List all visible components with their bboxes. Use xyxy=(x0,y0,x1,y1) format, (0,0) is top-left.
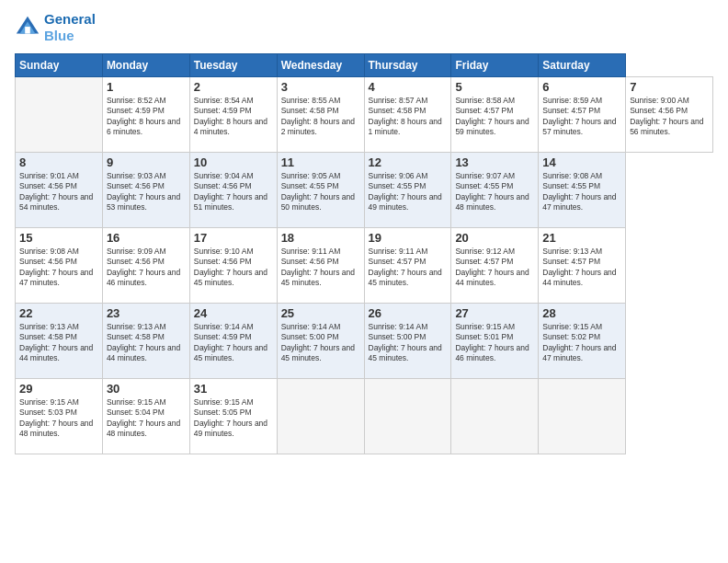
day-number: 11 xyxy=(281,155,360,169)
day-info: Sunrise: 9:03 AMSunset: 4:56 PMDaylight:… xyxy=(107,171,186,213)
day-number: 6 xyxy=(542,80,621,94)
day-number: 21 xyxy=(542,231,621,245)
day-info: Sunrise: 9:01 AMSunset: 4:56 PMDaylight:… xyxy=(19,171,98,213)
header-row: SundayMondayTuesdayWednesdayThursdayFrid… xyxy=(16,54,713,77)
day-number: 13 xyxy=(455,155,534,169)
calendar-cell: 2Sunrise: 8:54 AMSunset: 4:59 PMDaylight… xyxy=(189,77,277,153)
page-container: General Blue SundayMondayTuesdayWednesda… xyxy=(0,0,728,462)
day-number: 24 xyxy=(194,306,273,320)
day-info: Sunrise: 8:57 AMSunset: 4:58 PMDaylight:… xyxy=(369,96,448,138)
day-info: Sunrise: 8:54 AMSunset: 4:59 PMDaylight:… xyxy=(194,96,273,138)
day-info: Sunrise: 9:15 AMSunset: 5:01 PMDaylight:… xyxy=(455,322,534,364)
day-number: 8 xyxy=(19,155,98,169)
day-number: 28 xyxy=(542,306,621,320)
day-info: Sunrise: 9:11 AMSunset: 4:56 PMDaylight:… xyxy=(281,247,360,289)
calendar-cell: 30Sunrise: 9:15 AMSunset: 5:04 PMDayligh… xyxy=(102,379,189,454)
calendar-cell: 28Sunrise: 9:15 AMSunset: 5:02 PMDayligh… xyxy=(539,304,626,379)
day-info: Sunrise: 9:15 AMSunset: 5:03 PMDaylight:… xyxy=(19,397,98,440)
day-info: Sunrise: 9:15 AMSunset: 5:02 PMDaylight:… xyxy=(542,322,621,364)
calendar-cell: 25Sunrise: 9:14 AMSunset: 5:00 PMDayligh… xyxy=(277,304,364,379)
day-info: Sunrise: 8:55 AMSunset: 4:58 PMDaylight:… xyxy=(281,96,360,138)
day-number: 30 xyxy=(107,382,186,396)
day-info: Sunrise: 9:04 AMSunset: 4:56 PMDaylight:… xyxy=(194,171,273,213)
calendar-cell: 11Sunrise: 9:05 AMSunset: 4:55 PMDayligh… xyxy=(277,153,364,228)
day-number: 5 xyxy=(455,80,534,94)
day-info: Sunrise: 9:13 AMSunset: 4:57 PMDaylight:… xyxy=(542,247,621,289)
col-header-saturday: Saturday xyxy=(539,54,626,77)
calendar-week-5: 29Sunrise: 9:15 AMSunset: 5:03 PMDayligh… xyxy=(16,379,713,454)
calendar-cell: 13Sunrise: 9:07 AMSunset: 4:55 PMDayligh… xyxy=(451,153,539,228)
day-info: Sunrise: 9:13 AMSunset: 4:58 PMDaylight:… xyxy=(107,322,186,364)
day-number: 4 xyxy=(369,80,448,94)
calendar-cell: 4Sunrise: 8:57 AMSunset: 4:58 PMDaylight… xyxy=(364,77,451,153)
day-number: 22 xyxy=(19,306,98,320)
col-header-monday: Monday xyxy=(102,54,189,77)
day-number: 10 xyxy=(194,155,273,169)
calendar-cell: 10Sunrise: 9:04 AMSunset: 4:56 PMDayligh… xyxy=(189,153,277,228)
calendar-cell xyxy=(364,379,451,454)
logo: General Blue xyxy=(15,11,96,44)
day-number: 27 xyxy=(455,306,534,320)
calendar-cell: 29Sunrise: 9:15 AMSunset: 5:03 PMDayligh… xyxy=(16,379,103,454)
day-number: 9 xyxy=(107,155,186,169)
col-header-sunday: Sunday xyxy=(16,54,103,77)
day-info: Sunrise: 9:14 AMSunset: 5:00 PMDaylight:… xyxy=(369,322,448,364)
calendar-week-2: 8Sunrise: 9:01 AMSunset: 4:56 PMDaylight… xyxy=(16,153,713,228)
calendar-cell: 15Sunrise: 9:08 AMSunset: 4:56 PMDayligh… xyxy=(16,228,103,304)
day-number: 26 xyxy=(369,306,448,320)
day-number: 1 xyxy=(107,80,186,94)
calendar-week-3: 15Sunrise: 9:08 AMSunset: 4:56 PMDayligh… xyxy=(16,228,713,304)
col-header-tuesday: Tuesday xyxy=(189,54,277,77)
day-number: 19 xyxy=(369,231,448,245)
day-number: 31 xyxy=(194,382,273,396)
day-info: Sunrise: 9:12 AMSunset: 4:57 PMDaylight:… xyxy=(455,247,534,289)
calendar-cell xyxy=(539,379,626,454)
day-info: Sunrise: 9:09 AMSunset: 4:56 PMDaylight:… xyxy=(107,247,186,289)
day-info: Sunrise: 9:08 AMSunset: 4:56 PMDaylight:… xyxy=(19,247,98,289)
day-info: Sunrise: 8:59 AMSunset: 4:57 PMDaylight:… xyxy=(542,96,621,138)
day-info: Sunrise: 8:52 AMSunset: 4:59 PMDaylight:… xyxy=(107,96,186,138)
day-number: 12 xyxy=(369,155,448,169)
calendar-cell: 1Sunrise: 8:52 AMSunset: 4:59 PMDaylight… xyxy=(102,77,189,153)
day-info: Sunrise: 9:10 AMSunset: 4:56 PMDaylight:… xyxy=(194,247,273,289)
calendar-cell: 22Sunrise: 9:13 AMSunset: 4:58 PMDayligh… xyxy=(16,304,103,379)
calendar-cell xyxy=(277,379,364,454)
calendar-table: SundayMondayTuesdayWednesdayThursdayFrid… xyxy=(15,53,713,454)
day-number: 20 xyxy=(455,231,534,245)
calendar-cell: 26Sunrise: 9:14 AMSunset: 5:00 PMDayligh… xyxy=(364,304,451,379)
calendar-cell: 21Sunrise: 9:13 AMSunset: 4:57 PMDayligh… xyxy=(539,228,626,304)
col-header-friday: Friday xyxy=(451,54,539,77)
calendar-cell: 18Sunrise: 9:11 AMSunset: 4:56 PMDayligh… xyxy=(277,228,364,304)
day-number: 25 xyxy=(281,306,360,320)
logo-icon xyxy=(15,15,40,40)
calendar-cell: 16Sunrise: 9:09 AMSunset: 4:56 PMDayligh… xyxy=(102,228,189,304)
day-number: 17 xyxy=(194,231,273,245)
svg-rect-2 xyxy=(25,27,30,33)
calendar-cell: 20Sunrise: 9:12 AMSunset: 4:57 PMDayligh… xyxy=(451,228,539,304)
col-header-wednesday: Wednesday xyxy=(277,54,364,77)
day-number: 18 xyxy=(281,231,360,245)
day-info: Sunrise: 9:15 AMSunset: 5:04 PMDaylight:… xyxy=(107,397,186,440)
day-number: 23 xyxy=(107,306,186,320)
calendar-cell xyxy=(16,77,103,153)
day-info: Sunrise: 8:58 AMSunset: 4:57 PMDaylight:… xyxy=(455,96,534,138)
calendar-cell: 8Sunrise: 9:01 AMSunset: 4:56 PMDaylight… xyxy=(16,153,103,228)
day-info: Sunrise: 9:06 AMSunset: 4:55 PMDaylight:… xyxy=(369,171,448,213)
day-info: Sunrise: 9:07 AMSunset: 4:55 PMDaylight:… xyxy=(455,171,534,213)
calendar-cell: 12Sunrise: 9:06 AMSunset: 4:55 PMDayligh… xyxy=(364,153,451,228)
day-info: Sunrise: 9:05 AMSunset: 4:55 PMDaylight:… xyxy=(281,171,360,213)
calendar-cell: 17Sunrise: 9:10 AMSunset: 4:56 PMDayligh… xyxy=(189,228,277,304)
day-info: Sunrise: 9:08 AMSunset: 4:55 PMDaylight:… xyxy=(542,171,621,213)
calendar-week-1: 1Sunrise: 8:52 AMSunset: 4:59 PMDaylight… xyxy=(16,77,713,153)
calendar-cell: 19Sunrise: 9:11 AMSunset: 4:57 PMDayligh… xyxy=(364,228,451,304)
logo-text: General Blue xyxy=(44,11,96,44)
calendar-cell: 6Sunrise: 8:59 AMSunset: 4:57 PMDaylight… xyxy=(539,77,626,153)
day-info: Sunrise: 9:11 AMSunset: 4:57 PMDaylight:… xyxy=(369,247,448,289)
calendar-cell: 27Sunrise: 9:15 AMSunset: 5:01 PMDayligh… xyxy=(451,304,539,379)
day-info: Sunrise: 9:14 AMSunset: 5:00 PMDaylight:… xyxy=(281,322,360,364)
day-number: 2 xyxy=(194,80,273,94)
day-number: 3 xyxy=(281,80,360,94)
page-header: General Blue xyxy=(15,11,713,44)
day-number: 7 xyxy=(630,80,709,94)
day-info: Sunrise: 9:15 AMSunset: 5:05 PMDaylight:… xyxy=(194,397,273,440)
